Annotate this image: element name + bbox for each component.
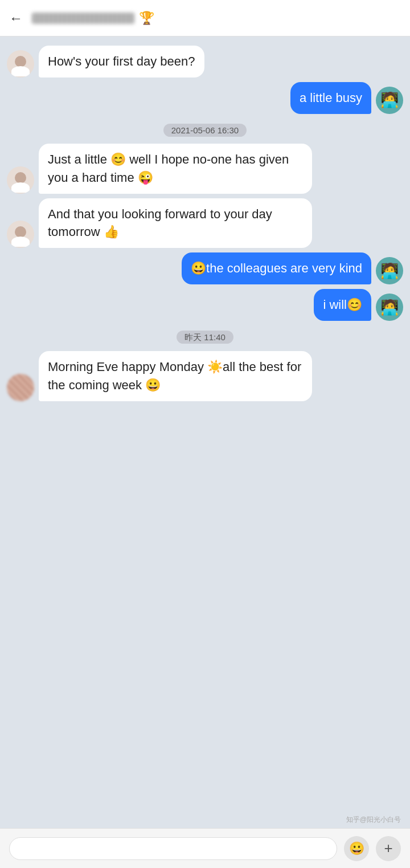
message-bubble: Morning Eve happy Monday ☀️all the best … bbox=[39, 351, 312, 401]
watermark: 知乎@阳光小白号 bbox=[346, 815, 401, 825]
bottom-bar: 😀 + bbox=[0, 828, 410, 868]
message-row: How's your first day been? bbox=[7, 46, 403, 78]
chat-area: How's your first day been? 🧑‍💻 a little … bbox=[0, 36, 410, 828]
avatar-blurred bbox=[7, 374, 34, 401]
timestamp: 2021-05-06 16:30 bbox=[7, 125, 403, 136]
message-bubble: How's your first day been? bbox=[39, 46, 204, 78]
avatar bbox=[7, 221, 34, 248]
avatar: 🧑‍💻 bbox=[376, 257, 403, 284]
message-bubble: i will😊 bbox=[314, 289, 371, 321]
avatar bbox=[7, 50, 34, 78]
plus-button[interactable]: + bbox=[376, 836, 401, 861]
avatar: 🧑‍💻 bbox=[376, 294, 403, 321]
trophy-icon: 🏆 bbox=[139, 11, 154, 26]
message-bubble: 😀the colleagues are very kind bbox=[182, 252, 371, 284]
message-row: 🧑‍💻 i will😊 bbox=[7, 289, 403, 321]
timestamp: 昨天 11:40 bbox=[7, 332, 403, 343]
message-bubble: And that you looking forward to your day… bbox=[39, 198, 312, 248]
back-button[interactable]: ← bbox=[9, 10, 23, 26]
avatar: 🧑‍💻 bbox=[376, 87, 403, 114]
message-bubble: a little busy bbox=[290, 82, 371, 114]
message-row: And that you looking forward to your day… bbox=[7, 198, 403, 248]
emoji-button[interactable]: 😀 bbox=[344, 836, 369, 861]
contact-name-blurred bbox=[32, 13, 134, 24]
message-row: Just a little 😊 well I hope no-one has g… bbox=[7, 144, 403, 194]
avatar bbox=[7, 166, 34, 194]
message-row: 🧑‍💻 😀the colleagues are very kind bbox=[7, 252, 403, 284]
message-bubble: Just a little 😊 well I hope no-one has g… bbox=[39, 144, 312, 194]
message-row: Morning Eve happy Monday ☀️all the best … bbox=[7, 351, 403, 401]
chat-header: ← 🏆 bbox=[0, 0, 410, 36]
message-input[interactable] bbox=[9, 837, 337, 860]
message-row: 🧑‍💻 a little busy bbox=[7, 82, 403, 114]
